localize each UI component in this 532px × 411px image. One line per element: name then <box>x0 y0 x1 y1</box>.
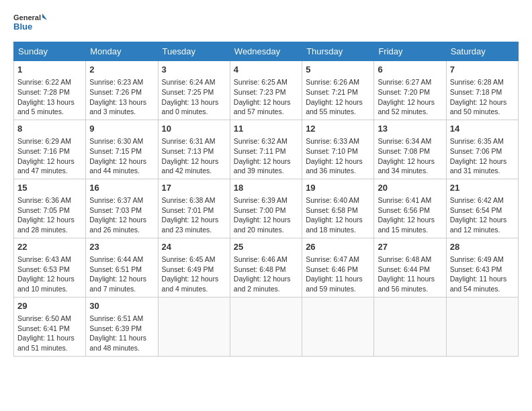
column-header-sunday: Sunday <box>14 42 86 61</box>
day-info: Sunrise: 6:34 AMSunset: 7:08 PMDaylight:… <box>378 136 442 176</box>
day-info: Sunrise: 6:28 AMSunset: 7:18 PMDaylight:… <box>450 77 515 117</box>
calendar-day-cell: 17Sunrise: 6:38 AMSunset: 7:01 PMDayligh… <box>158 179 230 238</box>
day-info: Sunrise: 6:27 AMSunset: 7:20 PMDaylight:… <box>378 77 442 117</box>
day-info: Sunrise: 6:32 AMSunset: 7:11 PMDaylight:… <box>234 136 298 176</box>
calendar-day-cell: 16Sunrise: 6:37 AMSunset: 7:03 PMDayligh… <box>86 179 158 238</box>
calendar-day-cell: 27Sunrise: 6:48 AMSunset: 6:44 PMDayligh… <box>374 238 446 297</box>
calendar-day-cell: 11Sunrise: 6:32 AMSunset: 7:11 PMDayligh… <box>230 120 302 179</box>
calendar-day-cell: 13Sunrise: 6:34 AMSunset: 7:08 PMDayligh… <box>374 120 446 179</box>
calendar-day-cell: 19Sunrise: 6:40 AMSunset: 6:58 PMDayligh… <box>302 179 374 238</box>
day-info: Sunrise: 6:47 AMSunset: 6:46 PMDaylight:… <box>306 255 370 294</box>
calendar-day-cell <box>158 297 230 356</box>
day-info: Sunrise: 6:30 AMSunset: 7:15 PMDaylight:… <box>89 136 154 176</box>
calendar-day-cell: 25Sunrise: 6:46 AMSunset: 6:48 PMDayligh… <box>230 238 302 297</box>
day-info: Sunrise: 6:33 AMSunset: 7:10 PMDaylight:… <box>306 136 370 176</box>
day-number: 9 <box>89 123 154 135</box>
day-number: 16 <box>89 182 154 194</box>
calendar-week-row: 29Sunrise: 6:50 AMSunset: 6:41 PMDayligh… <box>14 297 519 356</box>
day-number: 29 <box>17 300 82 312</box>
day-number: 4 <box>234 64 298 76</box>
day-info: Sunrise: 6:35 AMSunset: 7:06 PMDaylight:… <box>450 136 515 176</box>
calendar-table: SundayMondayTuesdayWednesdayThursdayFrid… <box>13 42 519 357</box>
day-info: Sunrise: 6:43 AMSunset: 6:53 PMDaylight:… <box>17 255 82 294</box>
day-number: 13 <box>378 123 442 135</box>
day-info: Sunrise: 6:44 AMSunset: 6:51 PMDaylight:… <box>89 255 154 294</box>
calendar-day-cell: 26Sunrise: 6:47 AMSunset: 6:46 PMDayligh… <box>302 238 374 297</box>
day-info: Sunrise: 6:22 AMSunset: 7:28 PMDaylight:… <box>17 77 82 117</box>
day-number: 25 <box>234 241 298 253</box>
day-info: Sunrise: 6:41 AMSunset: 6:56 PMDaylight:… <box>378 195 442 235</box>
day-number: 26 <box>306 241 370 253</box>
calendar-day-cell: 6Sunrise: 6:27 AMSunset: 7:20 PMDaylight… <box>374 61 446 120</box>
calendar-day-cell: 2Sunrise: 6:23 AMSunset: 7:26 PMDaylight… <box>86 61 158 120</box>
day-number: 8 <box>17 123 82 135</box>
day-number: 7 <box>450 64 515 76</box>
column-header-friday: Friday <box>374 42 446 61</box>
day-info: Sunrise: 6:38 AMSunset: 7:01 PMDaylight:… <box>162 195 226 235</box>
day-number: 23 <box>89 241 154 253</box>
day-number: 11 <box>234 123 298 135</box>
column-header-thursday: Thursday <box>302 42 374 61</box>
day-number: 5 <box>306 64 370 76</box>
day-number: 1 <box>17 64 82 76</box>
day-info: Sunrise: 6:31 AMSunset: 7:13 PMDaylight:… <box>162 136 226 176</box>
day-number: 20 <box>378 182 442 194</box>
day-info: Sunrise: 6:46 AMSunset: 6:48 PMDaylight:… <box>234 255 298 294</box>
calendar-day-cell <box>446 297 518 356</box>
day-number: 28 <box>450 241 515 253</box>
calendar-day-cell <box>374 297 446 356</box>
column-header-wednesday: Wednesday <box>230 42 302 61</box>
day-number: 18 <box>234 182 298 194</box>
day-info: Sunrise: 6:48 AMSunset: 6:44 PMDaylight:… <box>378 255 442 294</box>
svg-text:Blue: Blue <box>13 21 32 32</box>
day-number: 19 <box>306 182 370 194</box>
logo: General Blue <box>13 11 47 35</box>
day-info: Sunrise: 6:39 AMSunset: 7:00 PMDaylight:… <box>234 195 298 235</box>
svg-marker-2 <box>42 13 47 20</box>
svg-text:General: General <box>13 13 41 21</box>
calendar-week-row: 22Sunrise: 6:43 AMSunset: 6:53 PMDayligh… <box>14 238 519 297</box>
calendar-day-cell: 23Sunrise: 6:44 AMSunset: 6:51 PMDayligh… <box>86 238 158 297</box>
day-number: 27 <box>378 241 442 253</box>
column-header-saturday: Saturday <box>446 42 518 61</box>
calendar-day-cell: 5Sunrise: 6:26 AMSunset: 7:21 PMDaylight… <box>302 61 374 120</box>
calendar-day-cell: 10Sunrise: 6:31 AMSunset: 7:13 PMDayligh… <box>158 120 230 179</box>
calendar-day-cell: 24Sunrise: 6:45 AMSunset: 6:49 PMDayligh… <box>158 238 230 297</box>
day-info: Sunrise: 6:23 AMSunset: 7:26 PMDaylight:… <box>89 77 154 117</box>
day-number: 24 <box>162 241 226 253</box>
day-info: Sunrise: 6:49 AMSunset: 6:43 PMDaylight:… <box>450 255 515 294</box>
day-info: Sunrise: 6:25 AMSunset: 7:23 PMDaylight:… <box>234 77 298 117</box>
day-info: Sunrise: 6:51 AMSunset: 6:39 PMDaylight:… <box>89 314 154 353</box>
calendar-day-cell: 29Sunrise: 6:50 AMSunset: 6:41 PMDayligh… <box>14 297 86 356</box>
calendar-day-cell: 12Sunrise: 6:33 AMSunset: 7:10 PMDayligh… <box>302 120 374 179</box>
day-info: Sunrise: 6:24 AMSunset: 7:25 PMDaylight:… <box>162 77 226 117</box>
calendar-header-row: SundayMondayTuesdayWednesdayThursdayFrid… <box>14 42 519 61</box>
day-number: 17 <box>162 182 226 194</box>
day-info: Sunrise: 6:29 AMSunset: 7:16 PMDaylight:… <box>17 136 82 176</box>
calendar-week-row: 8Sunrise: 6:29 AMSunset: 7:16 PMDaylight… <box>14 120 519 179</box>
calendar-day-cell: 8Sunrise: 6:29 AMSunset: 7:16 PMDaylight… <box>14 120 86 179</box>
calendar-day-cell: 7Sunrise: 6:28 AMSunset: 7:18 PMDaylight… <box>446 61 518 120</box>
calendar-day-cell: 4Sunrise: 6:25 AMSunset: 7:23 PMDaylight… <box>230 61 302 120</box>
day-info: Sunrise: 6:40 AMSunset: 6:58 PMDaylight:… <box>306 195 370 235</box>
day-info: Sunrise: 6:37 AMSunset: 7:03 PMDaylight:… <box>89 195 154 235</box>
calendar-day-cell: 28Sunrise: 6:49 AMSunset: 6:43 PMDayligh… <box>446 238 518 297</box>
day-number: 12 <box>306 123 370 135</box>
calendar-day-cell: 14Sunrise: 6:35 AMSunset: 7:06 PMDayligh… <box>446 120 518 179</box>
calendar-day-cell: 1Sunrise: 6:22 AMSunset: 7:28 PMDaylight… <box>14 61 86 120</box>
day-number: 14 <box>450 123 515 135</box>
column-header-tuesday: Tuesday <box>158 42 230 61</box>
day-number: 3 <box>162 64 226 76</box>
calendar-day-cell: 3Sunrise: 6:24 AMSunset: 7:25 PMDaylight… <box>158 61 230 120</box>
calendar-day-cell: 18Sunrise: 6:39 AMSunset: 7:00 PMDayligh… <box>230 179 302 238</box>
calendar-day-cell: 15Sunrise: 6:36 AMSunset: 7:05 PMDayligh… <box>14 179 86 238</box>
calendar-day-cell <box>230 297 302 356</box>
logo-svg: General Blue <box>13 11 47 35</box>
day-number: 30 <box>89 300 154 312</box>
calendar-week-row: 15Sunrise: 6:36 AMSunset: 7:05 PMDayligh… <box>14 179 519 238</box>
calendar-day-cell: 21Sunrise: 6:42 AMSunset: 6:54 PMDayligh… <box>446 179 518 238</box>
calendar-week-row: 1Sunrise: 6:22 AMSunset: 7:28 PMDaylight… <box>14 61 519 120</box>
calendar-day-cell: 30Sunrise: 6:51 AMSunset: 6:39 PMDayligh… <box>86 297 158 356</box>
day-info: Sunrise: 6:42 AMSunset: 6:54 PMDaylight:… <box>450 195 515 235</box>
day-number: 6 <box>378 64 442 76</box>
